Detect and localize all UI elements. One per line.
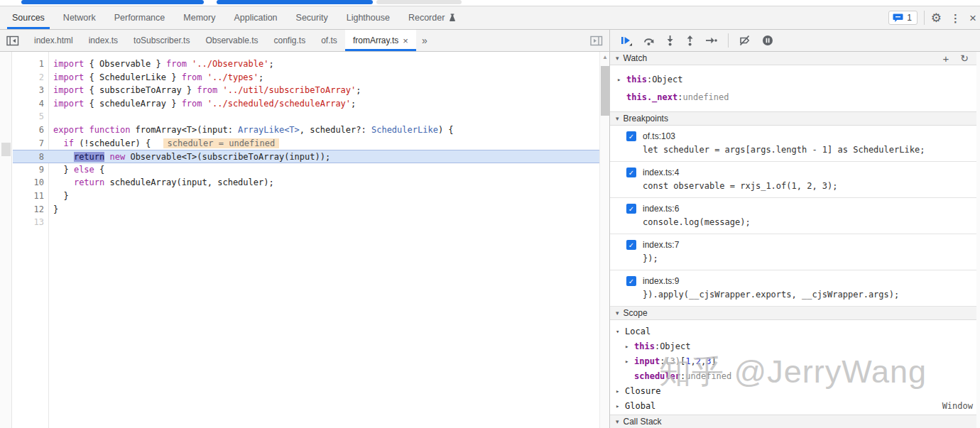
- line-number[interactable]: 11: [13, 190, 44, 203]
- file-tabs-bar: index.htmlindex.tstoSubscriber.tsObserva…: [0, 30, 610, 51]
- scope-row[interactable]: scheduler: undefined: [610, 368, 980, 383]
- breakpoint-checkbox[interactable]: ✓: [626, 204, 636, 214]
- line-number[interactable]: 7: [13, 137, 44, 150]
- breakpoint-checkbox[interactable]: ✓: [626, 276, 636, 286]
- step-button[interactable]: [705, 35, 717, 45]
- editor-scrollbar[interactable]: ▲: [599, 52, 609, 428]
- inline-value-hint: scheduler = undefined: [163, 138, 280, 148]
- tab-application[interactable]: Application: [229, 6, 282, 29]
- file-tab-Observable-ts[interactable]: Observable.ts: [197, 30, 266, 51]
- breakpoint-item[interactable]: ✓index.ts:4const observable = rxjs_1.of(…: [610, 162, 980, 198]
- line-number[interactable]: 6: [13, 124, 44, 137]
- chevron-down-icon: ▾: [616, 309, 619, 317]
- line-number[interactable]: 10: [13, 176, 44, 190]
- tab-security[interactable]: Security: [291, 6, 333, 29]
- breakpoint-code-preview: console.log(message);: [626, 216, 980, 229]
- resume-button[interactable]: [620, 35, 632, 46]
- line-number[interactable]: 9: [13, 163, 44, 177]
- watch-item[interactable]: this._next: undefined: [610, 88, 980, 106]
- file-tab-index-html[interactable]: index.html: [26, 30, 81, 51]
- breakpoint-item[interactable]: ✓index.ts:6console.log(message);: [610, 198, 980, 234]
- pill-1: [21, 0, 204, 4]
- expand-arrow-icon[interactable]: ▸: [625, 358, 634, 365]
- file-tab-fromArray-ts[interactable]: fromArray.ts×: [345, 30, 416, 51]
- line-number[interactable]: 2: [13, 71, 44, 84]
- editor-pane-toggle-icon[interactable]: [590, 35, 603, 46]
- watch-section-header[interactable]: ▾ Watch +↻: [610, 52, 980, 65]
- line-number[interactable]: 5: [13, 110, 44, 124]
- issues-button[interactable]: 1: [888, 11, 918, 25]
- deactivate-breakpoints-button[interactable]: [739, 35, 751, 46]
- breakpoints-section-header[interactable]: ▾ Breakpoints: [610, 112, 980, 126]
- chevron-down-icon: ▾: [616, 55, 619, 62]
- close-tab-icon[interactable]: ×: [403, 36, 408, 45]
- scope-tree: ▾Local▸this: Object▸input: (3) [1, 2, 3]…: [610, 320, 980, 415]
- tab-overflow-chevron[interactable]: »: [416, 35, 433, 46]
- expand-arrow-icon[interactable]: ▸: [616, 388, 625, 395]
- scroll-up-arrow[interactable]: ▲: [600, 54, 610, 60]
- file-tab-toSubscriber-ts[interactable]: toSubscriber.ts: [126, 30, 197, 51]
- file-tab-index-ts[interactable]: index.ts: [81, 30, 126, 51]
- breakpoint-checkbox[interactable]: ✓: [626, 168, 636, 177]
- tab-performance[interactable]: Performance: [109, 6, 170, 29]
- watch-item[interactable]: ▸this: Object: [610, 70, 980, 88]
- scope-row[interactable]: ▸this: Object: [610, 339, 980, 353]
- breakpoint-item[interactable]: ✓of.ts:103let scheduler = args[args.leng…: [610, 126, 980, 162]
- sidebar-scrollbar[interactable]: [976, 52, 980, 428]
- call-stack-section-header[interactable]: ▾ Call Stack: [610, 415, 980, 428]
- tab-lighthouse[interactable]: Lighthouse: [342, 6, 395, 29]
- tab-label: Sources: [12, 13, 45, 23]
- issues-bubble-icon: [893, 13, 903, 23]
- scope-row[interactable]: ▸GlobalWindow: [610, 398, 980, 413]
- pause-on-exceptions-button[interactable]: [762, 35, 773, 46]
- line-number[interactable]: 3: [13, 84, 44, 97]
- step-over-button[interactable]: [643, 35, 655, 46]
- line-number[interactable]: 8: [13, 150, 44, 163]
- settings-gear-icon[interactable]: ⚙: [931, 12, 942, 24]
- tab-network[interactable]: Network: [58, 6, 101, 29]
- add-watch-icon[interactable]: +: [943, 53, 949, 64]
- code-text: return scheduleArray(input, scheduler);: [44, 176, 274, 190]
- second-toolbar-row: index.htmlindex.tstoSubscriber.tsObserva…: [0, 30, 980, 52]
- breakpoint-code-preview: }).apply(__cjsWrapper.exports, __cjsWrap…: [626, 288, 980, 302]
- scope-row[interactable]: ▾Local: [610, 324, 980, 339]
- debugger-toolbar: [610, 30, 980, 51]
- line-number[interactable]: 12: [13, 203, 44, 216]
- code-editor[interactable]: 1import { Observable } from '../Observab…: [0, 52, 610, 428]
- line-number[interactable]: 1: [13, 57, 44, 71]
- file-tab-label: Observable.ts: [205, 35, 258, 45]
- breakpoint-item[interactable]: ✓index.ts:7});: [610, 234, 980, 270]
- tab-sources[interactable]: Sources: [7, 6, 50, 29]
- scope-row[interactable]: ▸Closure: [610, 383, 980, 398]
- step-out-button[interactable]: [685, 35, 695, 46]
- breakpoint-item[interactable]: ✓index.ts:9}).apply(__cjsWrapper.exports…: [610, 270, 980, 307]
- editor-scroll-thumb[interactable]: [601, 66, 609, 116]
- breakpoint-location: index.ts:9: [643, 276, 679, 286]
- tab-memory[interactable]: Memory: [178, 6, 220, 29]
- show-navigator-icon[interactable]: [6, 35, 19, 46]
- close-devtools-icon[interactable]: ×: [969, 12, 977, 24]
- line-number[interactable]: 4: [13, 97, 44, 111]
- breakpoint-checkbox[interactable]: ✓: [626, 131, 636, 141]
- file-tab-of-ts[interactable]: of.ts: [313, 30, 345, 51]
- code-line: 1import { Observable } from '../Observab…: [13, 57, 599, 71]
- code-text: export function fromArray<T>(input: Arra…: [44, 124, 454, 137]
- expand-arrow-icon[interactable]: ▸: [616, 402, 625, 410]
- scope-row[interactable]: ▸input: (3) [1, 2, 3]: [610, 353, 980, 368]
- toolbar-divider: [924, 11, 925, 25]
- refresh-watch-icon[interactable]: ↻: [960, 53, 969, 63]
- scope-section-header[interactable]: ▾ Scope: [610, 307, 980, 320]
- expand-arrow-icon[interactable]: ▸: [617, 76, 626, 83]
- expand-arrow-icon[interactable]: ▾: [616, 328, 625, 335]
- breakpoint-checkbox[interactable]: ✓: [626, 240, 636, 250]
- left-scroll-thumb[interactable]: [1, 143, 11, 156]
- tab-recorder[interactable]: Recorder: [403, 6, 462, 29]
- expand-arrow-icon[interactable]: ▸: [625, 343, 634, 350]
- step-into-button[interactable]: [665, 35, 675, 46]
- tab-label: Lighthouse: [347, 13, 390, 23]
- scope-variable-name: input: [634, 356, 660, 366]
- file-tab-config-ts[interactable]: config.ts: [266, 30, 313, 51]
- line-number[interactable]: 13: [13, 216, 44, 229]
- more-options-icon[interactable]: ⋮: [948, 13, 963, 23]
- breakpoint-location: index.ts:4: [643, 168, 679, 177]
